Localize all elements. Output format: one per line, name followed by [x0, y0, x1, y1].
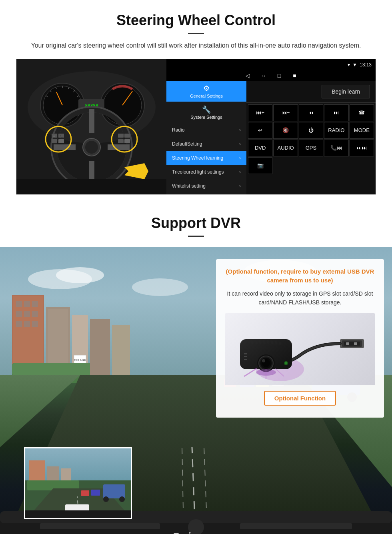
svg-rect-83	[240, 523, 352, 529]
svg-rect-61	[12, 363, 92, 375]
chevron-icon: ›	[239, 127, 241, 133]
svg-rect-36	[124, 139, 130, 143]
dvr-info-box: (Optional function, require to buy exter…	[216, 259, 384, 418]
ctrl-btn-screenshot[interactable]: 📷	[248, 157, 272, 174]
ctrl-btn-radio[interactable]: RADIO	[324, 122, 348, 139]
ctrl-btn-hangup[interactable]: ↩	[248, 122, 272, 139]
menu-item-tricoloured[interactable]: Tricoloured light settings ›	[166, 165, 246, 179]
svg-rect-30	[58, 139, 64, 143]
steering-section: Steering Wheel Control Your original car…	[0, 0, 392, 203]
status-time: 13:13	[360, 62, 372, 68]
menu-item-steering-wheel[interactable]: Steering Wheel learning ›	[166, 151, 246, 165]
ctrl-btn-prev[interactable]: ⏮	[299, 104, 323, 121]
ctrl-btn-tel-prev[interactable]: 📞⏮	[324, 140, 348, 156]
tab-system-settings[interactable]: 🔧 System Settings	[166, 102, 246, 123]
dvr-section: Support DVR	[0, 203, 392, 534]
svg-text:FOR SALE: FOR SALE	[74, 359, 86, 361]
svg-point-122	[285, 362, 287, 364]
svg-rect-94	[103, 484, 125, 498]
svg-text:+: +	[53, 135, 55, 138]
svg-rect-45	[13, 296, 43, 374]
svg-rect-51	[32, 311, 38, 317]
recents-icon[interactable]: □	[278, 72, 281, 79]
system-icon: 🔧	[202, 105, 211, 114]
svg-rect-47	[24, 301, 30, 307]
seicane-text: Seicane	[172, 530, 220, 534]
ctrl-btn-power[interactable]: ⏻	[299, 122, 323, 139]
svg-rect-92	[81, 490, 89, 496]
svg-line-127	[244, 368, 257, 376]
dvr-image-area: FOR SALE	[0, 247, 392, 534]
android-ui-panel: ▾ ▼ 13:13 ◁ ○ □ ■ ⚙ General Settin	[166, 59, 376, 194]
ctrl-btn-vol-down[interactable]: ⏮−	[273, 104, 298, 121]
svg-rect-49	[16, 311, 22, 317]
android-status-bar: ▾ ▼ 13:13	[166, 59, 376, 70]
svg-point-24	[85, 141, 98, 154]
svg-rect-35	[118, 139, 124, 143]
svg-rect-123	[244, 353, 247, 354]
menu-icon[interactable]: ■	[293, 72, 296, 79]
svg-rect-100	[25, 510, 132, 519]
svg-rect-34	[124, 134, 130, 138]
ctrl-btn-next[interactable]: ⏭	[324, 104, 348, 121]
chevron-icon: ›	[239, 183, 241, 189]
system-settings-label: System Settings	[190, 115, 222, 120]
svg-point-41	[56, 267, 104, 283]
svg-point-96	[119, 496, 125, 502]
ctrl-btn-tel-next[interactable]: ⏭⏭	[350, 140, 374, 156]
android-main-content: ⚙ General Settings 🔧 System Settings Ra	[166, 81, 376, 194]
svg-rect-46	[16, 301, 22, 307]
steering-description: Your original car's steering wheel contr…	[24, 40, 368, 51]
menu-item-defaultsetting[interactable]: DefaultSetting ›	[166, 137, 246, 151]
ctrl-btn-dvd[interactable]: DVD	[248, 140, 272, 156]
svg-rect-52	[16, 321, 22, 327]
steering-wheel-photo: 88888 +	[16, 59, 166, 195]
dvr-title-divider	[188, 236, 204, 237]
control-panel: Begin learn ⏮+ ⏮− ⏮ ⏭ ☎ ↩ 🔇 ⏻ RADIO MODE	[246, 81, 376, 194]
svg-point-42	[132, 278, 188, 296]
control-buttons-grid: ⏮+ ⏮− ⏮ ⏭ ☎ ↩ 🔇 ⏻ RADIO MODE DVD AUDIO G…	[246, 103, 376, 176]
ctrl-btn-mode[interactable]: MODE	[350, 122, 374, 139]
svg-rect-62	[90, 319, 110, 375]
dvr-description: It can record video only to storage in G…	[225, 289, 375, 307]
svg-rect-124	[244, 356, 247, 357]
ctrl-btn-mute[interactable]: 🔇	[273, 122, 298, 139]
android-nav-bar: ◁ ○ □ ■	[166, 70, 376, 81]
home-icon[interactable]: ○	[262, 72, 265, 79]
dvr-thumbnail	[24, 447, 132, 519]
ctrl-btn-audio[interactable]: AUDIO	[273, 140, 298, 156]
dvr-camera-image	[225, 313, 375, 385]
gear-icon: ⚙	[203, 84, 210, 93]
chevron-icon: ›	[239, 169, 241, 175]
dvr-title-area: Support DVR	[0, 203, 392, 247]
begin-learn-row: Begin learn	[246, 81, 376, 103]
title-divider	[188, 33, 204, 34]
svg-point-95	[103, 496, 109, 502]
steering-content-area: 88888 +	[16, 59, 376, 195]
chevron-icon: ›	[239, 155, 241, 161]
back-icon[interactable]: ◁	[246, 72, 250, 79]
svg-text:📞: 📞	[60, 134, 63, 138]
svg-rect-93	[91, 490, 100, 496]
settings-menu: ⚙ General Settings 🔧 System Settings Ra	[166, 81, 246, 194]
dvr-optional-text: (Optional function, require to buy exter…	[225, 267, 375, 285]
begin-learn-button[interactable]: Begin learn	[322, 85, 370, 98]
ctrl-btn-phone[interactable]: ☎	[350, 104, 374, 121]
svg-rect-63	[112, 325, 130, 375]
ctrl-btn-gps[interactable]: GPS	[299, 140, 323, 156]
signal-icon: ▼	[352, 62, 357, 68]
svg-rect-106	[354, 342, 357, 345]
tab-general-settings[interactable]: ⚙ General Settings	[166, 81, 246, 102]
menu-item-whitelist[interactable]: Whitelist setting ›	[166, 179, 246, 193]
svg-rect-48	[32, 301, 38, 307]
menu-item-radio[interactable]: Radio ›	[166, 123, 246, 137]
dvr-title: Support DVR	[16, 215, 376, 232]
svg-rect-50	[24, 311, 30, 317]
svg-rect-125	[244, 359, 247, 360]
svg-rect-54	[32, 321, 38, 327]
page-title: Steering Wheel Control	[16, 12, 376, 29]
svg-rect-29	[52, 139, 57, 143]
ctrl-btn-vol-up[interactable]: ⏮+	[248, 104, 272, 121]
svg-rect-105	[346, 342, 349, 345]
svg-rect-81	[40, 523, 160, 529]
